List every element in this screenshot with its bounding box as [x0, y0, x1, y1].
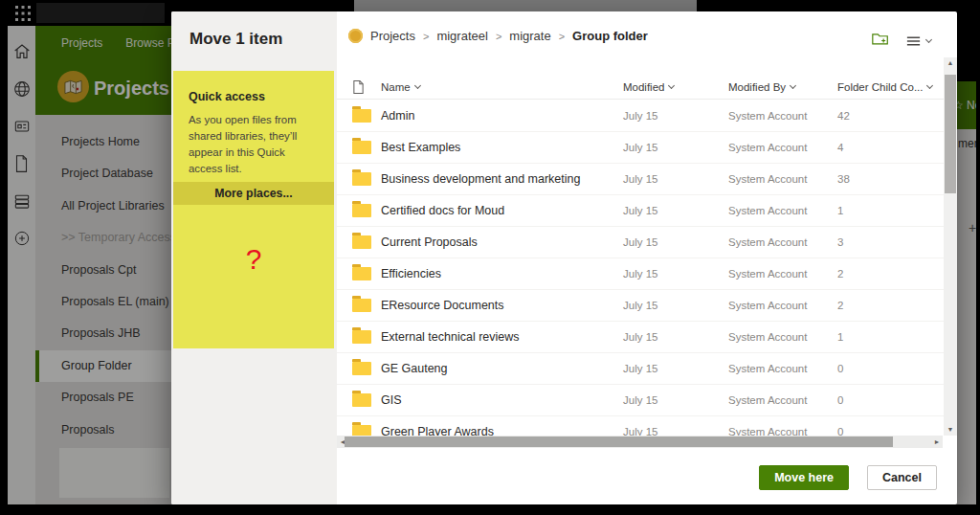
folder-name: Admin — [381, 109, 623, 123]
scroll-up-icon[interactable]: ▲ — [944, 57, 957, 69]
table-row[interactable]: Business development and marketing July … — [337, 164, 944, 195]
quick-access-panel: Quick access As you open files from shar… — [173, 71, 334, 348]
dialog-destination-panel: Move 1 item Quick access As you open fil… — [171, 11, 337, 504]
window-frame-bottom — [0, 504, 980, 515]
column-header-modified-by[interactable]: Modified By — [728, 81, 837, 93]
modified-date: July 15 — [623, 363, 728, 374]
sort-chevron-icon — [926, 82, 933, 89]
breadcrumb-item[interactable]: migrateel — [436, 29, 487, 43]
modified-date: July 15 — [623, 300, 728, 311]
app-window: Projects Browse Projects Projects Projec… — [0, 0, 980, 515]
modified-by: System Account — [728, 110, 837, 122]
folder-icon — [352, 172, 371, 186]
folder-icon — [352, 299, 371, 312]
move-here-button[interactable]: Move here — [759, 465, 849, 490]
modified-date: July 15 — [623, 173, 728, 185]
modified-date: July 15 — [623, 331, 728, 343]
folder-name: Current Proposals — [381, 235, 623, 249]
modified-by: System Account — [728, 268, 837, 280]
folder-name: External technical reviews — [381, 330, 623, 344]
window-frame-right — [976, 0, 980, 515]
folder-icon — [352, 330, 371, 344]
site-badge-icon — [348, 29, 363, 43]
table-row[interactable]: EResource Documents July 15 System Accou… — [337, 290, 944, 322]
modified-by: System Account — [728, 363, 837, 374]
folder-child-count: 1 — [837, 331, 944, 343]
modified-date: July 15 — [623, 236, 728, 248]
question-mark-placeholder: ? — [173, 243, 334, 276]
more-places-button[interactable]: More places... — [173, 182, 334, 205]
modified-date: July 15 — [623, 110, 728, 122]
folder-name: Best Examples — [381, 141, 623, 154]
folder-child-count: 4 — [837, 142, 944, 153]
folder-child-count: 0 — [837, 394, 944, 406]
scroll-down-icon[interactable]: ▼ — [944, 424, 957, 436]
folder-name: GE Gauteng — [381, 362, 623, 375]
folder-child-count: 1 — [837, 205, 944, 216]
folder-icon — [352, 362, 371, 375]
table-row[interactable]: Efficiencies July 15 System Account 2 — [337, 258, 944, 290]
folder-child-count: 2 — [837, 268, 944, 280]
column-header-folder-child-count[interactable]: Folder Child Co... — [837, 81, 944, 93]
table-row[interactable]: Current Proposals July 15 System Account… — [337, 227, 944, 258]
folder-name: Green Player Awards — [381, 425, 623, 436]
modified-date: July 15 — [623, 394, 728, 406]
column-header-name[interactable]: Name — [381, 81, 623, 93]
view-options-icon[interactable] — [905, 34, 931, 48]
folder-child-count: 0 — [837, 426, 944, 436]
breadcrumb-item[interactable]: migrate — [509, 29, 550, 43]
column-header-modified[interactable]: Modified — [623, 81, 728, 93]
folder-icon — [352, 109, 371, 123]
breadcrumb-separator: > — [423, 31, 429, 42]
breadcrumb-item[interactable]: Projects — [370, 29, 415, 43]
vertical-scrollbar[interactable]: ▲ ▼ — [944, 57, 957, 436]
horizontal-scrollbar-thumb[interactable] — [345, 437, 893, 447]
folder-icon — [352, 393, 371, 407]
horizontal-scrollbar[interactable]: ◄ ► — [337, 436, 943, 448]
modified-by: System Account — [728, 205, 837, 216]
sort-chevron-icon — [414, 82, 421, 89]
folder-child-count: 42 — [837, 110, 944, 122]
modified-date: July 15 — [623, 268, 728, 280]
table-row[interactable]: Green Player Awards July 15 System Accou… — [337, 416, 944, 436]
new-folder-icon[interactable] — [871, 31, 890, 51]
modified-date: July 15 — [623, 205, 728, 216]
table-row[interactable]: Admin July 15 System Account 42 — [337, 101, 944, 132]
folder-icon — [352, 267, 371, 280]
sort-chevron-icon — [790, 82, 796, 89]
dialog-footer: Move here Cancel — [759, 465, 937, 490]
modified-date: July 15 — [623, 426, 728, 436]
table-row[interactable]: Best Examples July 15 System Account 4 — [337, 132, 944, 164]
breadcrumb-current: Group folder — [572, 29, 648, 43]
table-header: Name Modified Modified By Folder Child C… — [337, 75, 944, 100]
modified-by: System Account — [728, 173, 837, 185]
cancel-button[interactable]: Cancel — [867, 465, 937, 490]
folder-icon — [352, 425, 371, 436]
folder-child-count: 2 — [837, 300, 944, 311]
folder-icon — [352, 235, 371, 249]
folder-table: Admin July 15 System Account 42 Best Exa… — [337, 101, 944, 436]
folder-child-count: 3 — [837, 236, 944, 248]
folder-child-count: 38 — [837, 173, 944, 185]
vertical-scrollbar-thumb[interactable] — [945, 75, 956, 193]
modified-by: System Account — [728, 394, 837, 406]
folder-name: EResource Documents — [381, 299, 623, 312]
chevron-down-icon — [925, 36, 932, 43]
table-row[interactable]: GE Gauteng July 15 System Account 0 — [337, 353, 944, 385]
folder-icon — [352, 141, 371, 154]
modified-by: System Account — [728, 236, 837, 248]
modified-by: System Account — [728, 331, 837, 343]
table-row[interactable]: GIS July 15 System Account 0 — [337, 385, 944, 416]
dialog-folder-browser: Projects > migrateel > migrate > Group f… — [337, 11, 957, 504]
table-row[interactable]: Certified docs for Moud July 15 System A… — [337, 195, 944, 227]
modified-date: July 15 — [623, 142, 728, 153]
table-row[interactable]: External technical reviews July 15 Syste… — [337, 322, 944, 353]
breadcrumb-separator: > — [559, 31, 565, 42]
folder-child-count: 0 — [837, 363, 944, 374]
scroll-right-icon[interactable]: ► — [931, 436, 943, 448]
folder-icon — [352, 204, 371, 217]
modified-by: System Account — [728, 426, 837, 436]
window-frame-left — [0, 0, 8, 515]
file-type-column-icon — [352, 79, 381, 95]
folder-name: Certified docs for Moud — [381, 204, 623, 217]
